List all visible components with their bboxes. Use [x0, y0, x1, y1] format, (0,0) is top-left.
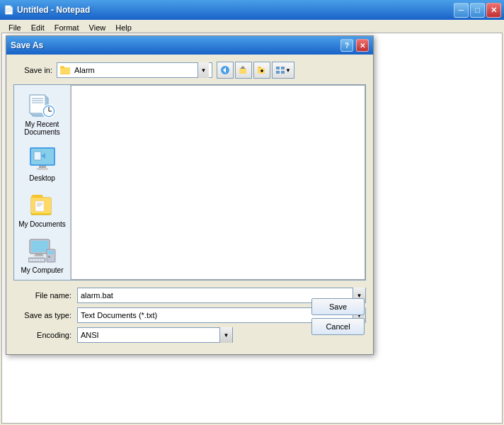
svg-marker-7: [240, 66, 246, 69]
file-name-label: File name:: [13, 291, 77, 300]
desktop-label: Desktop: [29, 174, 55, 182]
recent-docs-icon: [28, 91, 57, 119]
new-folder-button[interactable]: [253, 62, 270, 79]
svg-rect-11: [276, 67, 280, 69]
window-title: Untitled - Notepad: [17, 5, 451, 15]
sidebar-my-computer[interactable]: My Computer: [16, 234, 69, 277]
desktop-icon: [28, 144, 57, 173]
my-documents-icon: [28, 191, 57, 219]
sidebar-desktop[interactable]: Desktop: [16, 142, 69, 185]
dialog-action-buttons: Save Cancel: [311, 298, 365, 335]
my-computer-icon: [28, 237, 57, 265]
save-in-row: Save in: Alarm ▼: [13, 62, 366, 79]
save-in-value: Alarm: [74, 66, 195, 74]
notepad-window: 📄 Untitled - Notepad ─ □ ✕ File Edit For…: [0, 0, 504, 425]
menu-format[interactable]: Format: [50, 22, 84, 33]
svg-rect-12: [281, 67, 285, 69]
svg-rect-33: [33, 195, 42, 198]
svg-rect-49: [48, 251, 54, 254]
back-icon: [220, 65, 230, 75]
file-list-area[interactable]: [71, 85, 365, 280]
dialog-title-bar: Save As ? ✕: [6, 36, 373, 55]
views-button[interactable]: ▼: [272, 62, 294, 79]
svg-rect-45: [35, 259, 38, 261]
encoding-input[interactable]: [78, 328, 219, 342]
maximize-button[interactable]: □: [470, 3, 485, 18]
svg-rect-43: [30, 259, 32, 261]
menu-help[interactable]: Help: [111, 22, 136, 33]
save-as-type-label: Save as type:: [13, 311, 77, 319]
my-documents-label: My Documents: [18, 220, 66, 228]
svg-rect-50: [48, 256, 50, 258]
sidebar-recent-documents[interactable]: My Recent Documents: [16, 88, 69, 139]
minimize-button[interactable]: ─: [454, 3, 469, 18]
svg-rect-46: [38, 259, 40, 261]
svg-rect-13: [276, 71, 280, 74]
encoding-dropdown-arrow[interactable]: ▼: [219, 327, 232, 343]
save-button[interactable]: Save: [311, 298, 365, 315]
save-in-label: Save in:: [13, 66, 52, 74]
dialog-close-button[interactable]: ✕: [356, 39, 369, 52]
my-computer-label: My Computer: [21, 266, 63, 274]
recent-docs-label: My Recent Documents: [24, 120, 60, 136]
svg-rect-2: [60, 67, 70, 74]
svg-rect-39: [31, 241, 48, 252]
encoding-label: Encoding:: [13, 331, 77, 339]
toolbar-buttons: ▼: [217, 62, 294, 79]
svg-rect-41: [34, 255, 44, 256]
up-folder-icon: [239, 65, 248, 75]
cancel-button[interactable]: Cancel: [311, 318, 365, 335]
svg-rect-6: [239, 69, 246, 74]
menu-file[interactable]: File: [4, 22, 25, 33]
svg-rect-3: [60, 67, 64, 68]
left-sidebar: My Recent Documents: [14, 85, 71, 280]
svg-rect-47: [41, 259, 44, 261]
views-icon: [275, 65, 285, 75]
svg-rect-14: [281, 71, 285, 74]
dialog-help-button[interactable]: ?: [340, 39, 353, 52]
new-folder-icon: [257, 65, 267, 75]
content-area: My Recent Documents: [13, 84, 366, 280]
menu-view[interactable]: View: [85, 22, 110, 33]
save-in-dropdown[interactable]: Alarm ▼: [57, 62, 212, 78]
save-in-dropdown-arrow[interactable]: ▼: [197, 62, 209, 78]
svg-rect-29: [34, 152, 41, 160]
dialog-title: Save As: [11, 40, 338, 50]
encoding-input-wrapper: ▼: [77, 327, 233, 343]
sidebar-my-documents[interactable]: My Documents: [16, 188, 69, 231]
svg-rect-28: [37, 168, 48, 170]
up-folder-button[interactable]: [235, 62, 252, 79]
title-bar: 📄 Untitled - Notepad ─ □ ✕: [0, 0, 504, 20]
app-icon: 📄: [3, 4, 14, 16]
folder-icon: [60, 64, 71, 76]
save-as-dialog: Save As ? ✕ Save in: Alarm: [6, 35, 374, 355]
svg-rect-44: [33, 259, 35, 261]
menu-edit[interactable]: Edit: [27, 22, 49, 33]
close-button[interactable]: ✕: [486, 3, 501, 18]
window-controls: ─ □ ✕: [454, 3, 501, 18]
back-button[interactable]: [217, 62, 234, 79]
